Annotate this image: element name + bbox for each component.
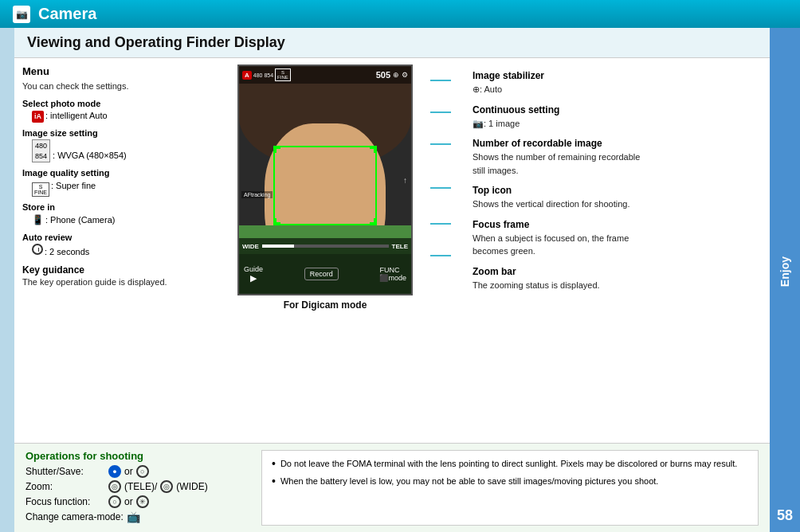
note-1: • Do not leave the FOMA terminal with th…	[272, 457, 748, 471]
zoom-bar-ann: Zoom bar The zooming status is displayed…	[473, 264, 762, 292]
zoom-ops-label: Zoom:	[25, 481, 105, 492]
guide-label: Guide	[244, 265, 263, 273]
wide-text: (WIDE)	[176, 481, 207, 492]
right-cam-icons: 505 ⊕ ⚙	[376, 70, 408, 80]
enjoy-label: Enjoy	[778, 256, 791, 287]
page-header: 📷 Camera	[0, 0, 800, 28]
recordable-image-ann: Number of recordable image Shows the num…	[473, 136, 762, 177]
zoom-tele-label: TELE	[392, 243, 408, 250]
image-quality-group: Image quality setting SFINE: Super fine	[22, 167, 215, 196]
auto-review-group: Auto review : 2 seconds	[22, 232, 215, 259]
shutter-save-row: Shutter/Save: ● or ○	[25, 465, 249, 478]
key-guidance-desc: The key operation guide is displayed.	[22, 276, 215, 288]
image-stabilizer-text: ⊕: Auto	[473, 83, 762, 96]
zoom-wide-icon: ◎	[160, 480, 173, 493]
size-indicator: 480 854	[253, 72, 273, 78]
top-icon-title: Top icon	[473, 183, 762, 198]
right-annotations-content: Image stabilizer ⊕: Auto Continuous sett…	[445, 68, 762, 291]
zoom-tele-icon: ◎	[108, 480, 121, 493]
zoom-bar: WIDE TELE	[239, 238, 411, 254]
page-number: 58	[777, 507, 793, 524]
notes-section: • Do not leave the FOMA terminal with th…	[261, 450, 759, 526]
content-area: Viewing and Operating Finder Display Men…	[14, 28, 770, 532]
operations-title: Operations for shooting	[25, 450, 249, 462]
focus-icon-1: ○	[108, 495, 121, 508]
change-mode-row: Change camera-mode: 📺	[25, 510, 249, 523]
recordable-image-text: Shows the number of remaining recordable…	[473, 151, 762, 177]
menu-desc: You can check the settings.	[22, 80, 215, 92]
section-header: Viewing and Operating Finder Display	[14, 28, 770, 58]
stabilizer-cam-icon: ⊕	[393, 71, 399, 79]
clock-icon	[32, 244, 43, 255]
focus-label: Focus function:	[25, 496, 105, 507]
setting-cam-icon: ⚙	[402, 71, 408, 79]
zoom-row: Zoom: ◎ (TELE)/ ◎ (WIDE)	[25, 480, 249, 493]
image-stabilizer-ann: Image stabilizer ⊕: Auto	[473, 68, 762, 96]
mode-indicator: A	[242, 71, 252, 80]
section-title: Viewing and Operating Finder Display	[27, 34, 285, 50]
camera-icon: 📷	[13, 6, 30, 23]
focus-frame-title: Focus frame	[473, 217, 762, 232]
size-icon: 480854	[32, 139, 50, 162]
operations-section: Operations for shooting Shutter/Save: ● …	[25, 450, 249, 526]
fine-icon: SFINE	[32, 182, 49, 197]
continuous-setting-title: Continuous setting	[473, 103, 762, 117]
focus-icon-2: ✳	[136, 495, 149, 508]
zoom-wide-label: WIDE	[242, 243, 259, 250]
zoom-bar-title: Zoom bar	[473, 264, 762, 279]
auto-review-title: Auto review	[22, 232, 215, 244]
record-button[interactable]: Record	[304, 268, 339, 280]
image-quality-title: Image quality setting	[22, 167, 215, 179]
diagram-section: Menu You can check the settings. Select …	[14, 58, 770, 443]
key-guidance-group: Key guidance The key operation guide is …	[22, 264, 215, 289]
continuous-setting-text: 📷: 1 image	[473, 117, 762, 131]
recordable-image-title: Number of recordable image	[473, 136, 762, 151]
shutter-icon-filled: ●	[108, 465, 121, 478]
func-mode: FUNC ⬛mode	[379, 266, 406, 282]
select-photo-sub: iA: intelligent Auto	[32, 110, 215, 123]
zoom-fill	[262, 244, 389, 248]
shutter-label: Shutter/Save:	[25, 466, 105, 477]
main-content: Viewing and Operating Finder Display Men…	[0, 28, 800, 532]
top-icon: ↑	[403, 176, 407, 185]
camera-display-area: A 480 854 SFINE 505 ⊕ ⚙	[222, 65, 429, 436]
camera-icon-ann: 📷	[473, 119, 484, 128]
bullet-dot-2: •	[272, 475, 276, 489]
bottom-section: Operations for shooting Shutter/Save: ● …	[14, 443, 770, 532]
shutter-or: or	[124, 466, 133, 477]
focus-frame-text: When a subject is focused on, the frameb…	[473, 232, 762, 258]
store-in-sub: 📱: Phone (Camera)	[32, 213, 215, 227]
camera-caption: For Digicam mode	[284, 299, 367, 311]
note-text-2: When the battery level is low, you may n…	[280, 475, 658, 489]
enjoy-sidebar: Enjoy 58	[770, 28, 800, 532]
image-size-title: Image size setting	[22, 127, 215, 139]
play-icon: ▶	[244, 273, 263, 284]
image-size-group: Image size setting 480854: WVGA (480×854…	[22, 127, 215, 163]
note-2: • When the battery level is low, you may…	[272, 475, 748, 489]
top-icon-text: Shows the vertical direction for shootin…	[473, 198, 762, 211]
store-in-title: Store in	[22, 201, 215, 213]
note-text-1: Do not leave the FOMA terminal with the …	[280, 457, 738, 471]
camera-screen: A 480 854 SFINE 505 ⊕ ⚙	[237, 65, 413, 295]
image-size-sub: 480854: WVGA (480×854)	[32, 139, 215, 162]
af-tracking-label: AFtracking	[241, 191, 273, 198]
phone-icon: 📱	[32, 214, 44, 225]
bullet-dot-1: •	[272, 457, 276, 471]
focus-corner-br	[370, 218, 376, 225]
right-annotations: Image stabilizer ⊕: Auto Continuous sett…	[429, 65, 762, 436]
focus-corner-bl	[274, 218, 280, 225]
menu-title: Menu	[22, 65, 215, 79]
focus-or: or	[124, 496, 133, 507]
store-in-group: Store in 📱: Phone (Camera)	[22, 201, 215, 227]
select-photo-title: Select photo mode	[22, 98, 215, 110]
guide-button[interactable]: Guide ▶	[244, 265, 263, 284]
left-accent-bar	[0, 28, 14, 532]
tele-text: (TELE)/	[124, 481, 157, 492]
shutter-icon-outline: ○	[136, 465, 149, 478]
key-guidance-title: Key guidance	[22, 264, 215, 277]
change-mode-label: Change camera-mode:	[25, 511, 124, 522]
focus-corner-tr	[370, 147, 376, 153]
left-annotations: Menu You can check the settings. Select …	[22, 65, 222, 436]
func-label: FUNC	[379, 266, 406, 274]
focus-corner-tl	[274, 147, 280, 153]
